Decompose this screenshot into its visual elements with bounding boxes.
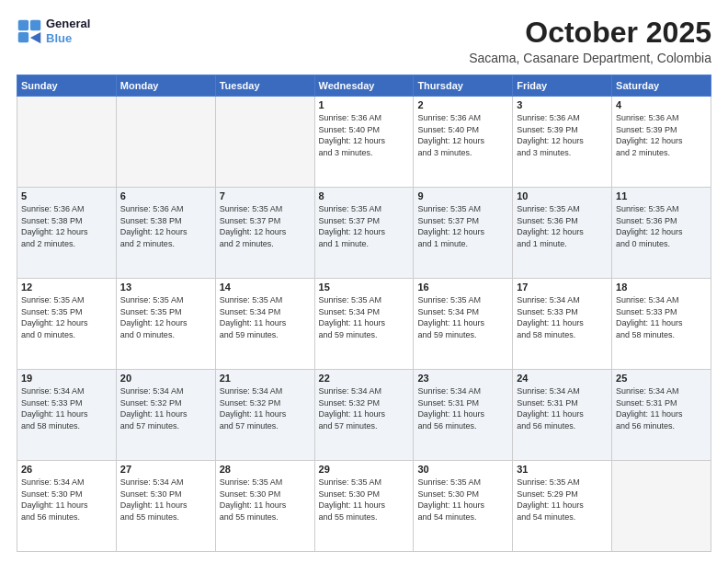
table-row: 25Sunrise: 5:34 AM Sunset: 5:31 PM Dayli… xyxy=(612,370,711,461)
table-row: 1Sunrise: 5:36 AM Sunset: 5:40 PM Daylig… xyxy=(314,97,414,188)
day-number: 14 xyxy=(220,282,311,293)
day-info: Sunrise: 5:36 AM Sunset: 5:38 PM Dayligh… xyxy=(120,203,211,249)
day-info: Sunrise: 5:34 AM Sunset: 5:33 PM Dayligh… xyxy=(616,294,707,340)
table-row: 4Sunrise: 5:36 AM Sunset: 5:39 PM Daylig… xyxy=(612,97,711,188)
day-number: 26 xyxy=(21,464,112,475)
table-row: 7Sunrise: 5:35 AM Sunset: 5:37 PM Daylig… xyxy=(215,188,314,279)
table-row: 11Sunrise: 5:35 AM Sunset: 5:36 PM Dayli… xyxy=(612,188,711,279)
table-row: 9Sunrise: 5:35 AM Sunset: 5:37 PM Daylig… xyxy=(414,188,513,279)
calendar-week-row: 5Sunrise: 5:36 AM Sunset: 5:38 PM Daylig… xyxy=(17,188,711,279)
day-number: 13 xyxy=(120,282,211,293)
day-info: Sunrise: 5:34 AM Sunset: 5:31 PM Dayligh… xyxy=(417,385,508,431)
table-row: 26Sunrise: 5:34 AM Sunset: 5:30 PM Dayli… xyxy=(17,461,117,552)
table-row xyxy=(215,97,314,188)
day-info: Sunrise: 5:35 AM Sunset: 5:35 PM Dayligh… xyxy=(21,294,112,340)
day-number: 27 xyxy=(120,464,211,475)
day-number: 7 xyxy=(220,190,311,201)
day-info: Sunrise: 5:35 AM Sunset: 5:36 PM Dayligh… xyxy=(616,203,707,249)
table-row: 24Sunrise: 5:34 AM Sunset: 5:31 PM Dayli… xyxy=(513,370,612,461)
table-row: 14Sunrise: 5:35 AM Sunset: 5:34 PM Dayli… xyxy=(215,279,314,370)
table-row: 22Sunrise: 5:34 AM Sunset: 5:32 PM Dayli… xyxy=(314,370,414,461)
table-row: 19Sunrise: 5:34 AM Sunset: 5:33 PM Dayli… xyxy=(17,370,117,461)
day-number: 31 xyxy=(517,464,608,475)
day-number: 28 xyxy=(220,464,311,475)
day-info: Sunrise: 5:35 AM Sunset: 5:35 PM Dayligh… xyxy=(120,294,211,340)
calendar-week-row: 26Sunrise: 5:34 AM Sunset: 5:30 PM Dayli… xyxy=(17,461,711,552)
logo-line2: Blue xyxy=(46,31,72,45)
day-number: 5 xyxy=(21,190,112,201)
day-info: Sunrise: 5:36 AM Sunset: 5:40 PM Dayligh… xyxy=(417,112,508,158)
logo: General Blue xyxy=(17,17,90,45)
day-number: 2 xyxy=(417,99,508,110)
table-row: 8Sunrise: 5:35 AM Sunset: 5:37 PM Daylig… xyxy=(314,188,414,279)
table-row: 29Sunrise: 5:35 AM Sunset: 5:30 PM Dayli… xyxy=(314,461,414,552)
day-number: 9 xyxy=(417,190,508,201)
table-row: 21Sunrise: 5:34 AM Sunset: 5:32 PM Dayli… xyxy=(215,370,314,461)
day-number: 21 xyxy=(220,373,311,384)
day-number: 3 xyxy=(517,99,608,110)
table-row: 2Sunrise: 5:36 AM Sunset: 5:40 PM Daylig… xyxy=(414,97,513,188)
table-row: 10Sunrise: 5:35 AM Sunset: 5:36 PM Dayli… xyxy=(513,188,612,279)
page: General Blue October 2025 Sacama, Casana… xyxy=(0,0,728,563)
logo-line1: General xyxy=(46,17,90,31)
svg-marker-3 xyxy=(30,31,40,42)
calendar-week-row: 12Sunrise: 5:35 AM Sunset: 5:35 PM Dayli… xyxy=(17,279,711,370)
day-info: Sunrise: 5:35 AM Sunset: 5:34 PM Dayligh… xyxy=(319,294,410,340)
day-number: 11 xyxy=(616,190,707,201)
day-info: Sunrise: 5:35 AM Sunset: 5:30 PM Dayligh… xyxy=(417,477,508,523)
day-info: Sunrise: 5:34 AM Sunset: 5:30 PM Dayligh… xyxy=(120,477,211,523)
col-tuesday: Tuesday xyxy=(215,75,314,97)
day-number: 15 xyxy=(319,282,410,293)
table-row: 30Sunrise: 5:35 AM Sunset: 5:30 PM Dayli… xyxy=(414,461,513,552)
day-info: Sunrise: 5:34 AM Sunset: 5:32 PM Dayligh… xyxy=(319,385,410,431)
table-row: 23Sunrise: 5:34 AM Sunset: 5:31 PM Dayli… xyxy=(414,370,513,461)
day-info: Sunrise: 5:35 AM Sunset: 5:36 PM Dayligh… xyxy=(517,203,608,249)
col-saturday: Saturday xyxy=(612,75,711,97)
day-info: Sunrise: 5:35 AM Sunset: 5:34 PM Dayligh… xyxy=(417,294,508,340)
calendar-table: Sunday Monday Tuesday Wednesday Thursday… xyxy=(17,75,711,552)
table-row: 20Sunrise: 5:34 AM Sunset: 5:32 PM Dayli… xyxy=(116,370,215,461)
svg-rect-1 xyxy=(30,19,40,29)
col-monday: Monday xyxy=(116,75,215,97)
table-row: 28Sunrise: 5:35 AM Sunset: 5:30 PM Dayli… xyxy=(215,461,314,552)
svg-rect-0 xyxy=(18,19,28,29)
day-number: 18 xyxy=(616,282,707,293)
table-row xyxy=(116,97,215,188)
col-wednesday: Wednesday xyxy=(314,75,414,97)
col-sunday: Sunday xyxy=(17,75,117,97)
day-number: 22 xyxy=(319,373,410,384)
day-number: 16 xyxy=(417,282,508,293)
day-info: Sunrise: 5:35 AM Sunset: 5:34 PM Dayligh… xyxy=(220,294,311,340)
table-row: 18Sunrise: 5:34 AM Sunset: 5:33 PM Dayli… xyxy=(612,279,711,370)
header: General Blue October 2025 Sacama, Casana… xyxy=(17,17,711,65)
day-info: Sunrise: 5:35 AM Sunset: 5:37 PM Dayligh… xyxy=(417,203,508,249)
calendar-week-row: 1Sunrise: 5:36 AM Sunset: 5:40 PM Daylig… xyxy=(17,97,711,188)
month-title: October 2025 xyxy=(469,17,711,49)
table-row: 15Sunrise: 5:35 AM Sunset: 5:34 PM Dayli… xyxy=(314,279,414,370)
day-info: Sunrise: 5:36 AM Sunset: 5:40 PM Dayligh… xyxy=(319,112,410,158)
day-info: Sunrise: 5:36 AM Sunset: 5:38 PM Dayligh… xyxy=(21,203,112,249)
day-number: 20 xyxy=(120,373,211,384)
day-info: Sunrise: 5:35 AM Sunset: 5:30 PM Dayligh… xyxy=(220,477,311,523)
day-info: Sunrise: 5:34 AM Sunset: 5:32 PM Dayligh… xyxy=(220,385,311,431)
col-friday: Friday xyxy=(513,75,612,97)
day-number: 19 xyxy=(21,373,112,384)
table-row: 6Sunrise: 5:36 AM Sunset: 5:38 PM Daylig… xyxy=(116,188,215,279)
col-thursday: Thursday xyxy=(414,75,513,97)
table-row xyxy=(17,97,117,188)
title-block: October 2025 Sacama, Casanare Department… xyxy=(469,17,711,65)
day-info: Sunrise: 5:35 AM Sunset: 5:37 PM Dayligh… xyxy=(220,203,311,249)
day-number: 29 xyxy=(319,464,410,475)
day-number: 24 xyxy=(517,373,608,384)
table-row: 13Sunrise: 5:35 AM Sunset: 5:35 PM Dayli… xyxy=(116,279,215,370)
svg-rect-2 xyxy=(18,31,28,41)
logo-icon xyxy=(17,18,42,44)
day-info: Sunrise: 5:34 AM Sunset: 5:31 PM Dayligh… xyxy=(616,385,707,431)
table-row xyxy=(612,461,711,552)
day-number: 12 xyxy=(21,282,112,293)
day-number: 23 xyxy=(417,373,508,384)
day-info: Sunrise: 5:36 AM Sunset: 5:39 PM Dayligh… xyxy=(616,112,707,158)
day-number: 8 xyxy=(319,190,410,201)
logo-text: General Blue xyxy=(46,17,90,45)
subtitle: Sacama, Casanare Department, Colombia xyxy=(469,51,711,65)
